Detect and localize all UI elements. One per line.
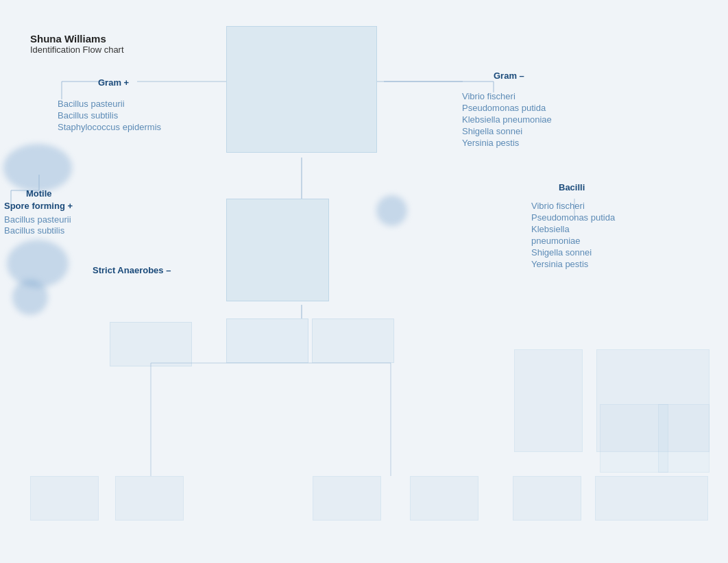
yersinia-bacilli: Yersinia pestis: [531, 258, 588, 271]
bacillus-subtilis-1: Bacillus subtilis: [58, 110, 118, 122]
yersinia-gram-minus: Yersinia pestis: [462, 137, 519, 149]
strict-anaerobes-label: Strict Anaerobes –: [93, 264, 171, 277]
vibrio-gram-minus: Vibrio fischeri: [462, 90, 515, 103]
bacillus-pasteurii-1: Bacillus pasteurii: [58, 98, 125, 110]
gram-plus-label: Gram +: [98, 77, 129, 89]
title-block: Shuna Williams Identification Flow chart: [30, 33, 124, 55]
shigella-bacilli: Shigella sonnei: [531, 247, 592, 259]
pseudomonas-gram-minus: Pseudomonas putida: [462, 102, 546, 114]
pseudomonas-bacilli: Pseudomonas putida: [531, 212, 615, 224]
spore-forming-label: Spore forming +: [4, 200, 73, 212]
klebsiella-gram-minus: Klebsiella pneumoniae: [462, 114, 552, 126]
klebsiella-bacilli-2: pneumoniae: [531, 235, 581, 247]
author-name: Shuna Williams: [30, 33, 124, 45]
bacillus-subtilis-2: Bacillus subtilis: [4, 225, 64, 237]
shigella-gram-minus: Shigella sonnei: [462, 125, 522, 138]
chart-title: Identification Flow chart: [30, 45, 124, 55]
staphylococcus-label: Staphylococcus epidermis: [58, 121, 161, 134]
motile-label: Motile: [26, 188, 52, 200]
vibrio-bacilli: Vibrio fischeri: [531, 200, 585, 212]
gram-minus-label: Gram –: [494, 70, 524, 82]
klebsiella-bacilli: Klebsiella: [531, 223, 570, 236]
bacilli-label: Bacilli: [559, 182, 585, 194]
